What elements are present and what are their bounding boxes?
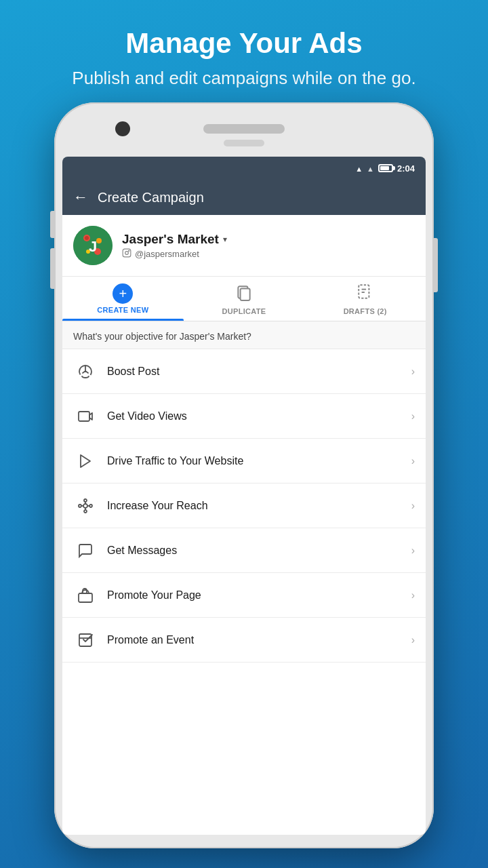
- svg-point-3: [96, 238, 102, 243]
- promote-page-label: Promote Your Page: [107, 589, 411, 601]
- page-header: Manage Your Ads Publish and edit campaig…: [45, 0, 443, 102]
- svg-point-8: [125, 251, 129, 254]
- increase-reach-chevron: ›: [411, 500, 415, 512]
- svg-point-19: [79, 505, 81, 507]
- account-info: Jasper's Market ▾ @jaspersmarket: [122, 232, 227, 260]
- get-messages-icon: [73, 538, 98, 563]
- increase-reach-icon: [73, 494, 98, 518]
- tab-create-new[interactable]: + CREATE NEW: [62, 277, 184, 321]
- account-instagram: @jaspersmarket: [122, 248, 227, 260]
- app-bar: ← Create Campaign: [62, 180, 426, 215]
- svg-point-9: [129, 250, 129, 251]
- tab-create-new-label: CREATE NEW: [97, 306, 148, 314]
- tab-duplicate-label: DUPLICATE: [222, 307, 266, 315]
- boost-post-icon: [73, 359, 98, 384]
- phone-outer: 2:04 ← Create Campaign: [54, 102, 434, 848]
- drive-traffic-icon: [73, 449, 98, 473]
- phone-side-btn-right: [434, 238, 438, 292]
- svg-rect-16: [79, 412, 89, 421]
- wifi-icon: [355, 163, 363, 174]
- menu-item-promote-event[interactable]: Promote an Event ›: [62, 618, 426, 663]
- instagram-handle: @jaspersmarket: [135, 249, 199, 259]
- account-name-row[interactable]: Jasper's Market ▾: [122, 232, 227, 247]
- promote-event-icon: [73, 628, 98, 652]
- instagram-icon: [122, 248, 131, 260]
- video-views-label: Get Video Views: [107, 410, 411, 422]
- menu-item-promote-page[interactable]: Promote Your Page ›: [62, 573, 426, 618]
- phone-side-btn-left: [50, 211, 54, 238]
- drive-traffic-label: Drive Traffic to Your Website: [107, 455, 411, 467]
- account-section: J Jasper's Market ▾: [62, 215, 426, 277]
- menu-item-drive-traffic[interactable]: Drive Traffic to Your Website ›: [62, 439, 426, 484]
- video-views-icon: [73, 404, 98, 429]
- phone-button-top: [224, 140, 264, 146]
- promote-event-label: Promote an Event: [107, 634, 411, 646]
- tab-drafts-label: DRAFTS (2): [344, 307, 387, 315]
- phone-camera: [115, 121, 130, 136]
- main-title: Manage Your Ads: [72, 27, 415, 60]
- drive-traffic-chevron: ›: [411, 455, 415, 467]
- objective-section: What's your objective for Jasper's Marke…: [62, 321, 426, 835]
- menu-item-boost-post[interactable]: Boost Post ›: [62, 349, 426, 394]
- svg-rect-7: [123, 249, 131, 257]
- app-bar-title: Create Campaign: [98, 190, 204, 205]
- svg-point-21: [84, 499, 87, 502]
- svg-rect-11: [241, 289, 250, 300]
- phone-screen: 2:04 ← Create Campaign: [62, 157, 426, 835]
- objective-header: What's your objective for Jasper's Marke…: [62, 321, 426, 349]
- svg-point-22: [84, 510, 87, 513]
- phone-wrapper: 2:04 ← Create Campaign: [54, 102, 434, 868]
- phone-side-btn-left2: [50, 248, 54, 289]
- get-messages-label: Get Messages: [107, 545, 411, 557]
- battery-icon: [378, 164, 393, 172]
- svg-point-20: [89, 505, 92, 507]
- main-subtitle: Publish and edit campaigns while on the …: [72, 68, 415, 89]
- boost-post-chevron: ›: [411, 366, 415, 378]
- get-messages-chevron: ›: [411, 545, 415, 557]
- menu-item-get-messages[interactable]: Get Messages ›: [62, 528, 426, 573]
- avatar: J: [73, 226, 113, 265]
- create-new-icon: +: [113, 283, 133, 304]
- account-name: Jasper's Market: [122, 232, 219, 247]
- svg-rect-12: [359, 285, 369, 298]
- svg-text:J: J: [89, 238, 97, 255]
- signal-icon: [367, 163, 374, 174]
- increase-reach-label: Increase Your Reach: [107, 500, 411, 512]
- promote-event-chevron: ›: [411, 634, 415, 646]
- svg-rect-28: [79, 634, 92, 646]
- menu-item-video-views[interactable]: Get Video Views ›: [62, 394, 426, 439]
- promote-page-chevron: ›: [411, 589, 415, 601]
- promote-page-icon: [73, 583, 98, 608]
- tabs-container: + CREATE NEW DUPLICATE: [62, 277, 426, 321]
- phone-speaker: [203, 124, 285, 134]
- svg-rect-27: [79, 593, 92, 602]
- back-button[interactable]: ←: [73, 189, 88, 206]
- status-bar: 2:04: [62, 157, 426, 180]
- duplicate-icon: [235, 283, 253, 305]
- svg-marker-17: [89, 413, 92, 420]
- tab-drafts[interactable]: DRAFTS (2): [304, 277, 426, 321]
- dropdown-arrow-icon: ▾: [223, 235, 227, 244]
- svg-point-18: [83, 504, 87, 508]
- drafts-icon: [357, 283, 374, 305]
- boost-post-label: Boost Post: [107, 366, 411, 378]
- time-display: 2:04: [397, 163, 415, 174]
- menu-item-increase-reach[interactable]: Increase Your Reach ›: [62, 484, 426, 528]
- video-views-chevron: ›: [411, 410, 415, 422]
- tab-duplicate[interactable]: DUPLICATE: [184, 277, 305, 321]
